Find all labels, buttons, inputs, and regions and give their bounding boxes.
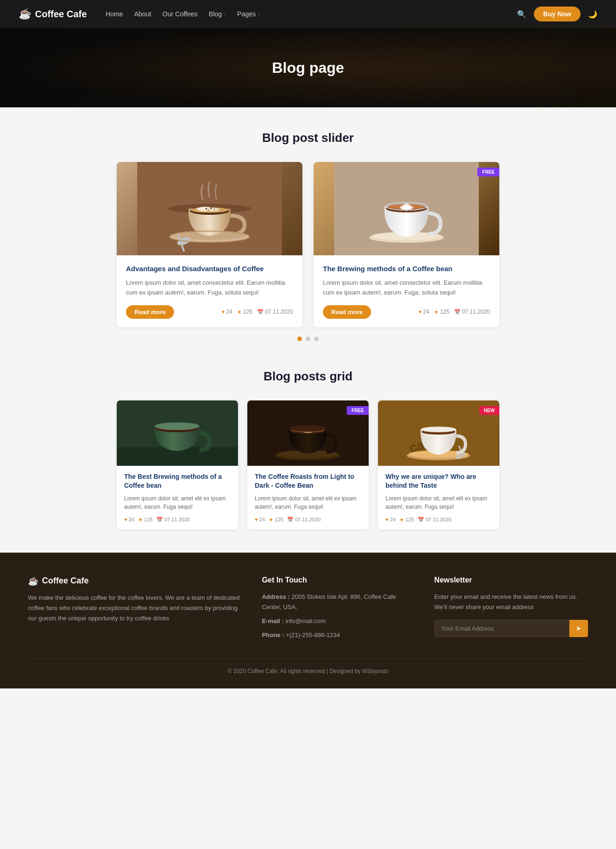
grid-card-2-comments: ★ 125 [269,517,283,523]
search-button[interactable]: 🔍 [517,10,526,19]
grid-card-2-footer: ♥ 24 ★ 125 📅 07.11.2020 [255,517,361,523]
nav-link-about[interactable]: About [134,10,152,18]
calendar-icon-2: 📅 [454,309,461,315]
heart-icon-g1: ♥ [124,517,127,522]
nav-item-about[interactable]: About [134,10,152,18]
svg-point-50 [421,427,456,432]
nav-item-home[interactable]: Home [105,10,123,18]
slider-card-1-date: 📅 07.11.2020 [257,309,293,315]
star-icon-g1: ★ [138,517,143,523]
grid-card-1-image [117,400,238,466]
slider-card-2-meta: ♥ 24 ★ 125 📅 07.11.2020 [419,309,490,315]
footer-address: Address : 2005 Stokes Isle Apt. 896, Cof… [262,592,415,612]
slider-card-2: FREE [314,162,499,327]
slider-card-2-title: The Brewing methods of a Coffee bean [323,264,490,274]
navbar: ☕ Coffee Cafe Home About Our Coffees Blo… [0,0,616,28]
nav-link-blog[interactable]: Blog [209,10,222,18]
footer-email: E-mail : info@mail.com [262,616,415,626]
brand-logo[interactable]: ☕ Coffee Cafe [19,8,87,20]
svg-point-29 [155,422,200,430]
nav-link-home[interactable]: Home [105,10,123,18]
footer-grid: ☕ Coffee Cafe We make the delicious coff… [28,576,588,644]
slider-card-1-read-more[interactable]: Read more [126,305,174,319]
footer-brand-icon: ☕ [28,576,38,586]
grid-card-3-footer: ♥ 24 ★ 125 📅 07.11.2020 [385,517,492,523]
grid-card-3-likes: ♥ 24 [385,517,396,522]
star-icon-g2: ★ [269,517,273,523]
svg-point-11 [208,210,209,210]
slider-card-1-excerpt: Lorem ipsum dolor sit, amet consectetur … [126,278,293,298]
grid-card-3-image: NEW cafe [378,400,499,466]
slider-card-1-likes: ♥ 24 [222,309,232,315]
footer-contact-title: Get In Touch [262,576,415,584]
svg-point-9 [210,208,212,209]
grid-card-2-image: FREE [247,400,369,466]
slider-card-2-read-more[interactable]: Read more [323,305,371,319]
hero-section: Blog page [0,28,616,107]
grid-cards: The Best Brewing methods of a Coffee bea… [117,400,499,529]
grid-card-3-body: Why we are unique? Who are behind the Ta… [378,466,499,529]
grid-card-2: FREE [247,400,369,529]
slider-card-2-badge: FREE [477,168,499,176]
dark-mode-toggle[interactable]: 🌙 [588,10,597,19]
grid-card-3-badge: NEW [479,406,499,415]
heart-icon-g3: ♥ [385,517,389,522]
newsletter-email-input[interactable] [434,620,569,637]
hero-title: Blog page [272,59,344,77]
heart-icon: ♥ [222,309,225,315]
grid-card-3-excerpt: Lorem ipsum dolor sit, amet elit ex ipsa… [385,494,492,511]
grid-card-1-title: The Best Brewing methods of a Coffee bea… [124,472,231,491]
slider-card-1-title: Advantages and Disadvantages of Coffee [126,264,293,274]
footer-newsletter-desc: Enter your email and receive the latest … [434,592,588,612]
slider-card-2-footer: Read more ♥ 24 ★ 125 📅 [323,305,490,319]
dot-1[interactable] [297,337,302,341]
nav-item-our-coffees[interactable]: Our Coffees [162,10,197,18]
footer-contact-col: Get In Touch Address : 2005 Stokes Isle … [262,576,415,644]
copyright-text: © 2020 Coffee Cafe. All rights reserved … [228,668,388,674]
nav-link-pages[interactable]: Pages [237,10,256,18]
slider-card-1-meta: ♥ 24 ★ 125 📅 07.11.2020 [222,309,293,315]
dot-2[interactable] [306,337,310,341]
heart-icon-g2: ♥ [255,517,258,522]
slider-card-1-footer: Read more ♥ 24 ★ 125 📅 [126,305,293,319]
main-content: Blog post slider [0,107,616,553]
footer-phone: Phone : +(21)-255-886-1234 [262,630,415,640]
newsletter-submit-button[interactable]: ➤ [569,620,588,637]
coffee-image-svg-2 [314,162,499,255]
slider-section-title: Blog post slider [19,131,597,145]
brand-name: Coffee Cafe [35,9,87,20]
slider-dots [19,337,597,341]
slider-card-2-likes: ♥ 24 [419,309,429,315]
grid-card-1: The Best Brewing methods of a Coffee bea… [117,400,238,529]
star-icon: ★ [237,309,242,315]
blog-dropdown-icon: ▾ [224,12,226,17]
footer-newsletter-title: Newsletter [434,576,588,584]
blog-slider-section: Blog post slider [19,131,597,341]
calendar-icon-g1: 📅 [156,517,163,523]
footer-newsletter-col: Newsletter Enter your email and receive … [434,576,588,644]
slider-card-1-image [117,162,302,255]
svg-point-10 [214,209,215,210]
svg-point-22 [403,205,410,209]
slider-card-1: Advantages and Disadvantages of Coffee L… [117,162,302,327]
slider-card-2-comments: ★ 125 [434,309,449,315]
grid-card-1-excerpt: Lorem ipsum dolor sit, amet elit ex ipsa… [124,494,231,511]
pages-dropdown-icon: ▾ [258,12,260,17]
dot-3[interactable] [314,337,319,341]
brand-icon: ☕ [19,8,31,20]
footer-bottom: © 2020 Coffee Cafe. All rights reserved … [28,658,588,674]
grid-coffee-svg-1 [117,400,238,466]
slider-card-2-excerpt: Lorem ipsum dolor sit, amet consectetur … [323,278,490,298]
nav-link-our-coffees[interactable]: Our Coffees [162,10,197,18]
slider-card-1-body: Advantages and Disadvantages of Coffee L… [117,255,302,327]
slider-card-2-body: The Brewing methods of a Coffee bean Lor… [314,255,499,327]
nav-links: Home About Our Coffees Blog ▾ Pages ▾ [105,10,517,18]
nav-item-pages[interactable]: Pages ▾ [237,10,260,18]
grid-card-2-badge: FREE [347,406,369,415]
svg-point-7 [206,208,219,211]
slider-card-2-image: FREE [314,162,499,255]
buy-now-button[interactable]: Buy Now [534,7,581,21]
grid-card-1-likes: ♥ 24 [124,517,134,522]
newsletter-form: ➤ [434,620,588,637]
nav-item-blog[interactable]: Blog ▾ [209,10,226,18]
